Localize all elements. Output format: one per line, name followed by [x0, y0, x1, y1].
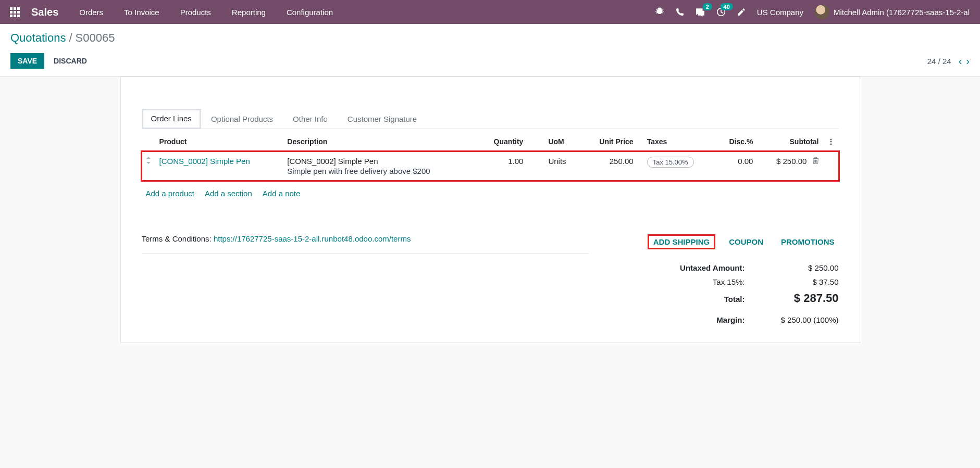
col-subtotal: Subtotal	[757, 132, 823, 151]
col-taxes: Taxes	[638, 132, 716, 151]
clock-badge: 40	[721, 3, 733, 10]
pager-next-icon[interactable]: ›	[966, 56, 970, 66]
col-disc: Disc.%	[715, 132, 757, 151]
tabs: Order Lines Optional Products Other Info…	[142, 109, 839, 129]
chat-badge: 2	[703, 3, 712, 10]
cell-uom[interactable]: Units	[527, 151, 582, 181]
nav-products[interactable]: Products	[171, 2, 220, 23]
discard-button[interactable]: DISCARD	[54, 57, 87, 65]
cell-tax-pill[interactable]: Tax 15.00%	[647, 157, 694, 168]
col-description: Description	[283, 132, 478, 151]
phone-icon[interactable]	[676, 8, 684, 16]
total-value: $ 287.50	[761, 292, 839, 305]
total-action-buttons: ADD SHIPPING COUPON PROMOTIONS	[620, 234, 839, 249]
col-options-icon[interactable]: ⋮	[823, 132, 839, 151]
navbar: Sales Orders To Invoice Products Reporti…	[0, 0, 980, 24]
user-name: Mitchell Admin (17627725-saas-15-2-al	[834, 8, 970, 17]
pager: 24 / 24 ‹ ›	[927, 56, 970, 66]
company-selector[interactable]: US Company	[757, 8, 803, 17]
breadcrumb-sep: /	[69, 31, 72, 45]
tab-optional-products[interactable]: Optional Products	[201, 109, 283, 129]
margin-value: $ 250.00 (100%)	[761, 315, 839, 324]
user-menu[interactable]: Mitchell Admin (17627725-saas-15-2-al	[815, 5, 970, 19]
app-brand[interactable]: Sales	[27, 6, 68, 18]
bug-icon[interactable]	[655, 7, 664, 17]
breadcrumb-parent[interactable]: Quotations	[10, 31, 66, 45]
cell-subtotal: $ 250.00	[776, 157, 807, 166]
add-section-link[interactable]: Add a section	[205, 189, 252, 198]
apps-icon[interactable]	[4, 7, 25, 17]
cell-description[interactable]: [CONS_0002] Simple Pen	[287, 157, 474, 166]
cell-product[interactable]: [CONS_0002] Simple Pen	[159, 157, 250, 166]
referrer-field: Referrer	[142, 77, 839, 102]
nav-configuration[interactable]: Configuration	[277, 2, 342, 23]
tab-order-lines[interactable]: Order Lines	[142, 109, 201, 129]
col-uom: UoM	[527, 132, 582, 151]
terms-label: Terms & Conditions:	[142, 234, 214, 243]
add-links: Add a product Add a section Add a note	[142, 181, 839, 224]
drag-handle-icon[interactable]	[142, 151, 155, 181]
avatar	[815, 5, 829, 19]
terms: Terms & Conditions: https://17627725-saa…	[142, 234, 589, 254]
nav-reporting[interactable]: Reporting	[222, 2, 275, 23]
coupon-button[interactable]: COUPON	[725, 234, 767, 249]
col-unit-price: Unit Price	[583, 132, 638, 151]
tab-customer-signature[interactable]: Customer Signature	[338, 109, 427, 129]
control-bar: SAVE DISCARD 24 / 24 ‹ ›	[0, 48, 980, 77]
table-row[interactable]: [CONS_0002] Simple Pen [CONS_0002] Simpl…	[142, 151, 839, 181]
clock-icon[interactable]: 40	[716, 7, 726, 17]
add-shipping-button[interactable]: ADD SHIPPING	[648, 234, 715, 249]
delete-row-icon[interactable]	[812, 157, 819, 166]
pager-prev-icon[interactable]: ‹	[959, 56, 962, 66]
order-lines-table: Product Description Quantity UoM Unit Pr…	[142, 132, 839, 181]
terms-link[interactable]: https://17627725-saas-15-2-all.runbot48.…	[214, 234, 411, 243]
cell-quantity[interactable]: 1.00	[478, 151, 527, 181]
promotions-button[interactable]: PROMOTIONS	[777, 234, 839, 249]
untaxed-label: Untaxed Amount:	[641, 263, 761, 272]
pager-text: 24 / 24	[927, 57, 951, 66]
margin-label: Margin:	[641, 315, 761, 324]
breadcrumb-bar: Quotations / S00065	[0, 24, 980, 48]
nav-to-invoice[interactable]: To Invoice	[115, 2, 169, 23]
save-button[interactable]: SAVE	[10, 53, 44, 69]
cell-disc[interactable]: 0.00	[715, 151, 757, 181]
form-sheet: Referrer Order Lines Optional Products O…	[120, 77, 860, 343]
chat-icon[interactable]: 2	[696, 7, 705, 17]
add-note-link[interactable]: Add a note	[263, 189, 301, 198]
tax-label: Tax 15%:	[641, 277, 761, 286]
total-label: Total:	[641, 295, 761, 303]
breadcrumb: Quotations / S00065	[10, 31, 970, 45]
tab-other-info[interactable]: Other Info	[283, 109, 338, 129]
col-product: Product	[155, 132, 283, 151]
tax-value: $ 37.50	[761, 277, 839, 286]
col-quantity: Quantity	[478, 132, 527, 151]
cell-unit-price[interactable]: 250.00	[583, 151, 638, 181]
add-product-link[interactable]: Add a product	[146, 189, 194, 198]
totals: Untaxed Amount: $ 250.00 Tax 15%: $ 37.5…	[620, 261, 839, 327]
nav-orders[interactable]: Orders	[70, 2, 113, 23]
breadcrumb-current: S00065	[76, 31, 115, 45]
untaxed-value: $ 250.00	[761, 263, 839, 272]
cell-description-sub: Simple pen with free delivery above $200	[287, 167, 474, 175]
tools-icon[interactable]	[737, 8, 746, 16]
